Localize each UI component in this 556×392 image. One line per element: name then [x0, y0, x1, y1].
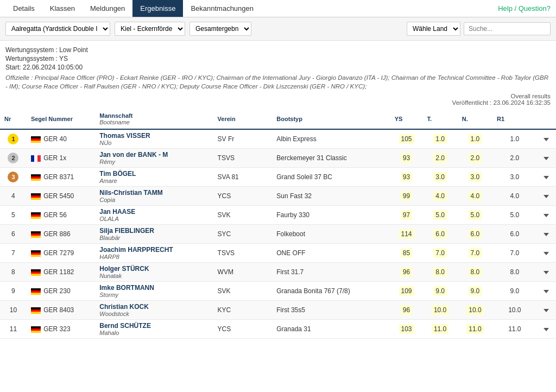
th-segel: Segel Nummer — [27, 109, 95, 129]
cell-r1: 1.0 — [492, 129, 537, 149]
expand-icon[interactable] — [544, 195, 549, 198]
cell-ys: 109 — [390, 282, 423, 301]
flag-icon — [31, 155, 41, 162]
table-row: 9 GER 230 Imke BORTMANN Stormy SVK Grana… — [0, 282, 556, 301]
cell-bootstyp: Berckemeyer 31 Classic — [272, 149, 390, 168]
boat-name: Copia — [99, 197, 208, 203]
cell-expand[interactable] — [537, 149, 556, 168]
segel-number: GER 40 — [43, 135, 67, 143]
expand-icon[interactable] — [544, 214, 549, 217]
flag-icon — [31, 231, 41, 238]
cell-mannschaft: Nils-Christian TAMM Copia — [95, 187, 213, 206]
table-row: 4 GER 5450 Nils-Christian TAMM Copia YCS… — [0, 187, 556, 206]
cell-verein: KYC — [213, 301, 273, 320]
cell-expand[interactable] — [537, 168, 556, 187]
tab-ergebnisse[interactable]: Ergebnisse — [132, 0, 183, 17]
cell-t: 9.0 — [422, 282, 457, 301]
cell-expand[interactable] — [537, 244, 556, 263]
cell-segel: GER 7279 — [27, 244, 95, 263]
location-select[interactable]: Kiel - Eckernförde — [115, 22, 185, 36]
cell-ys: 96 — [390, 301, 423, 320]
rank-number: 4 — [11, 192, 15, 200]
th-t: T. — [422, 109, 457, 129]
cell-verein: TSVS — [213, 149, 273, 168]
cell-ys: 114 — [390, 225, 423, 244]
cell-r1: 11.0 — [492, 320, 537, 339]
overall-results-block: Overall results Veröffentlicht : 23.06.2… — [0, 93, 556, 109]
cell-ys: 96 — [390, 263, 423, 282]
cell-segel: GER 323 — [27, 320, 95, 339]
cell-expand[interactable] — [537, 263, 556, 282]
table-row: 10 GER 8403 Christian KOCK Woodstock KYC… — [0, 301, 556, 320]
cell-bootstyp: Albin Express — [272, 129, 390, 149]
cell-expand[interactable] — [537, 187, 556, 206]
flag-icon — [31, 174, 41, 181]
cell-n: 6.0 — [458, 225, 492, 244]
table-row: 3 GER 8371 Tim BÖGEL Amare SVA 81 Grand … — [0, 168, 556, 187]
search-input[interactable] — [464, 22, 551, 35]
cell-expand[interactable] — [537, 320, 556, 339]
cell-t: 5.0 — [422, 206, 457, 225]
wertung1: Wertungssystem : Low Point — [5, 46, 551, 54]
cell-expand[interactable] — [537, 225, 556, 244]
filter-right: Wähle Land — [407, 22, 551, 36]
th-n: N. — [458, 109, 492, 129]
sailor-name: Nils-Christian TAMM — [99, 189, 208, 197]
rank-number: 9 — [11, 287, 15, 295]
th-mannschaft: Mannschaft Bootsname — [95, 109, 213, 129]
table-row: 2 GER 1x Jan von der BANK - M Rémy TSVS … — [0, 149, 556, 168]
cell-r1: 10.0 — [492, 301, 537, 320]
expand-icon[interactable] — [544, 271, 549, 274]
boat-name: Nunatak — [99, 273, 208, 279]
cell-expand[interactable] — [537, 282, 556, 301]
segel-number: GER 323 — [43, 325, 70, 333]
expand-icon[interactable] — [544, 290, 549, 293]
cell-segel: GER 8403 — [27, 301, 95, 320]
segel-number: GER 8403 — [43, 306, 74, 314]
cell-expand[interactable] — [537, 129, 556, 149]
cell-nr: 9 — [0, 282, 27, 301]
expand-icon[interactable] — [544, 157, 549, 160]
cell-bootstyp: Grand Soleil 37 BC — [272, 168, 390, 187]
table-row: 7 GER 7279 Joachim HARPPRECHT HARP8 TSVS… — [0, 244, 556, 263]
cell-nr: 8 — [0, 263, 27, 282]
regatta-select[interactable]: Aalregatta (Yardstick Double I — [5, 22, 110, 36]
cell-r1: 9.0 — [492, 282, 537, 301]
expand-icon[interactable] — [544, 138, 549, 141]
cell-n: 8.0 — [458, 263, 492, 282]
tab-klassen[interactable]: Klassen — [42, 0, 83, 17]
expand-icon[interactable] — [544, 176, 549, 179]
country-select[interactable]: Wähle Land — [407, 22, 460, 36]
results-table: Nr Segel Nummer Mannschaft Bootsname Ver… — [0, 109, 556, 339]
boat-name: Woodstock — [99, 311, 208, 317]
rank-badge: 2 — [8, 153, 18, 163]
expand-icon[interactable] — [544, 309, 549, 312]
sailor-name: Holger STÜRCK — [99, 265, 208, 273]
cell-bootstyp: First 35s5 — [272, 301, 390, 320]
type-select[interactable]: Gesamtergebn — [189, 22, 251, 36]
cell-segel: GER 230 — [27, 282, 95, 301]
rank-number: 8 — [11, 268, 15, 276]
flag-icon — [31, 250, 41, 257]
expand-icon[interactable] — [544, 252, 549, 255]
cell-t: 3.0 — [422, 168, 457, 187]
tab-bekanntmachungen[interactable]: Bekanntmachungen — [183, 0, 261, 17]
cell-expand[interactable] — [537, 206, 556, 225]
tab-meldungen[interactable]: Meldungen — [83, 0, 132, 17]
cell-bootstyp: Granada 31 — [272, 320, 390, 339]
flag-icon — [31, 326, 41, 333]
boat-name: Stormy — [99, 292, 208, 298]
expand-icon[interactable] — [544, 233, 549, 236]
tab-details[interactable]: Details — [5, 0, 42, 17]
segel-number: GER 1182 — [43, 268, 74, 276]
th-ys: YS — [390, 109, 423, 129]
cell-nr: 1 — [0, 129, 27, 149]
sailor-name: Imke BORTMANN — [99, 284, 208, 292]
flag-icon — [31, 136, 41, 143]
rank-number: 7 — [11, 249, 15, 257]
help-link[interactable]: Help / Question? — [498, 4, 551, 12]
expand-icon[interactable] — [544, 328, 549, 331]
cell-expand[interactable] — [537, 301, 556, 320]
cell-n: 1.0 — [458, 129, 492, 149]
cell-r1: 8.0 — [492, 263, 537, 282]
